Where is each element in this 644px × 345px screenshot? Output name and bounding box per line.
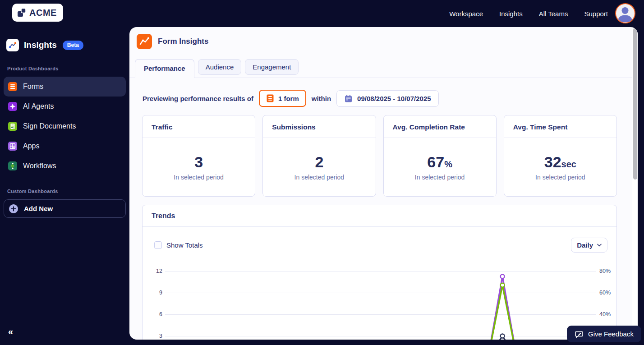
form-icon bbox=[266, 94, 274, 102]
stat-value: 2 bbox=[315, 154, 323, 170]
sidebar-item-label: AI Agents bbox=[23, 102, 54, 110]
stat-card-traffic: Traffic 3 In selected period bbox=[142, 115, 255, 197]
trends-chart: 12 80% 9 60% 6 40% 3 20% bbox=[143, 271, 616, 340]
beta-badge: Beta bbox=[63, 41, 83, 50]
sidebar-item-label: Apps bbox=[23, 142, 39, 150]
apps-icon bbox=[8, 142, 17, 151]
tab-audience[interactable]: Audience bbox=[198, 59, 242, 75]
left-axis-tick: 3 bbox=[143, 333, 162, 339]
add-new-button[interactable]: Add New bbox=[4, 199, 126, 218]
stat-value: 32sec bbox=[544, 154, 576, 170]
interval-label: Daily bbox=[577, 241, 593, 249]
add-new-label: Add New bbox=[24, 205, 53, 212]
stat-label: Avg. Completion Rate bbox=[384, 115, 496, 138]
stat-caption: In selected period bbox=[174, 174, 224, 181]
sidebar-item-label: Forms bbox=[23, 83, 43, 91]
main-panel: Form Insights PerformanceAudienceEngagem… bbox=[129, 27, 638, 340]
right-axis-tick: 80% bbox=[599, 268, 611, 274]
sidebar-header: Insights Beta bbox=[6, 39, 129, 51]
form-count-button[interactable]: 1 form bbox=[259, 90, 306, 107]
sidebar-item-label: Workflows bbox=[23, 162, 56, 170]
stat-caption: In selected period bbox=[294, 174, 345, 181]
sidebar: Insights Beta Product Dashboards FormsAI… bbox=[0, 27, 129, 345]
page-title: Form Insights bbox=[158, 37, 208, 46]
sign-documents-icon bbox=[8, 122, 17, 131]
collapse-sidebar-icon[interactable]: « bbox=[8, 327, 13, 336]
date-range-button[interactable]: 09/08/2025 - 10/07/2025 bbox=[336, 90, 438, 107]
tab-engagement[interactable]: Engagement bbox=[245, 59, 299, 75]
stat-value: 3 bbox=[194, 154, 203, 170]
sidebar-item-apps[interactable]: Apps bbox=[4, 136, 126, 156]
brand-logo[interactable]: ACME bbox=[12, 4, 63, 22]
feedback-label: Give Feedback bbox=[588, 330, 634, 338]
stat-card-submissions: Submissions 2 In selected period bbox=[262, 115, 376, 197]
give-feedback-button[interactable]: Give Feedback bbox=[567, 326, 641, 342]
ai-agents-icon bbox=[8, 102, 17, 111]
sidebar-item-sign-documents[interactable]: Sign Documents bbox=[4, 116, 126, 136]
sidebar-menu: FormsAI AgentsSign DocumentsAppsWorkflow… bbox=[0, 77, 129, 176]
stats-row: Traffic 3 In selected period Submissions… bbox=[142, 115, 617, 197]
trend-lines bbox=[165, 271, 596, 340]
stat-label: Submissions bbox=[263, 115, 375, 138]
top-bar: ACME WorkspaceInsightsAll TeamsSupport bbox=[0, 0, 644, 27]
sidebar-item-label: Sign Documents bbox=[23, 122, 76, 130]
top-nav-item-support[interactable]: Support bbox=[584, 10, 608, 18]
sidebar-item-forms[interactable]: Forms bbox=[4, 77, 126, 97]
sidebar-title: Insights bbox=[24, 40, 57, 50]
stat-caption: In selected period bbox=[535, 174, 585, 181]
right-axis-tick: 60% bbox=[599, 290, 611, 296]
section-label-custom-dashboards: Custom Dashboards bbox=[7, 189, 129, 194]
sidebar-item-workflows[interactable]: Workflows bbox=[4, 156, 126, 176]
left-axis-tick: 12 bbox=[143, 268, 162, 274]
purple-rate-series-marker bbox=[501, 275, 505, 279]
form-count-label: 1 form bbox=[278, 95, 299, 102]
tab-bar: PerformanceAudienceEngagement bbox=[129, 59, 638, 78]
workflows-icon bbox=[8, 161, 17, 170]
scrollbar-thumb[interactable] bbox=[633, 28, 637, 179]
user-avatar[interactable] bbox=[615, 3, 635, 23]
chevron-down-icon bbox=[597, 244, 602, 247]
navy-count-series-marker bbox=[501, 334, 505, 338]
green-completion-rate-series-marker bbox=[501, 283, 505, 287]
green-completion-rate-series-line bbox=[172, 285, 589, 340]
stat-caption: In selected period bbox=[415, 174, 465, 181]
trends-card: Trends Show Totals Daily 12 80% 9 60% 6 … bbox=[142, 205, 617, 340]
sidebar-item-ai-agents[interactable]: AI Agents bbox=[4, 97, 126, 116]
calendar-icon bbox=[344, 94, 353, 103]
stat-value: 67% bbox=[427, 154, 452, 170]
date-range-label: 09/08/2025 - 10/07/2025 bbox=[357, 95, 431, 102]
top-nav-item-all-teams[interactable]: All Teams bbox=[539, 10, 568, 18]
top-nav-item-insights[interactable]: Insights bbox=[499, 10, 523, 18]
top-nav-item-workspace[interactable]: Workspace bbox=[449, 10, 483, 18]
stat-label: Traffic bbox=[143, 115, 255, 138]
preview-connector: within bbox=[312, 95, 331, 102]
section-label-product-dashboards: Product Dashboards bbox=[7, 66, 129, 71]
person-icon bbox=[616, 16, 634, 23]
interval-select[interactable]: Daily bbox=[571, 238, 607, 253]
preview-text: Previewing performance results of bbox=[143, 95, 253, 102]
trends-title: Trends bbox=[143, 205, 616, 227]
form-insights-icon bbox=[137, 34, 152, 49]
navy-count-series-line bbox=[172, 336, 589, 340]
acme-logo-mark-icon bbox=[17, 8, 27, 18]
feedback-chat-icon bbox=[575, 330, 584, 339]
tab-performance[interactable]: Performance bbox=[135, 59, 194, 78]
trends-controls: Show Totals Daily bbox=[154, 238, 607, 253]
purple-rate-series-line bbox=[172, 276, 589, 340]
brand-name: ACME bbox=[29, 8, 57, 18]
preview-row: Previewing performance results of 1 form… bbox=[143, 90, 638, 107]
show-totals-label: Show Totals bbox=[166, 241, 203, 249]
stat-card-avg-completion-rate: Avg. Completion Rate 67% In selected per… bbox=[383, 115, 497, 197]
show-totals: Show Totals bbox=[154, 241, 203, 249]
stat-label: Avg. Time Spent bbox=[504, 115, 616, 138]
left-axis-tick: 9 bbox=[143, 290, 162, 296]
panel-header: Form Insights bbox=[129, 27, 638, 49]
left-axis-tick: 6 bbox=[143, 311, 162, 317]
plus-circle-icon bbox=[9, 204, 18, 213]
top-nav: WorkspaceInsightsAll TeamsSupport bbox=[449, 0, 608, 27]
insights-chart-icon bbox=[6, 39, 19, 51]
scrollbar-track[interactable] bbox=[632, 27, 638, 340]
right-axis-tick: 40% bbox=[599, 311, 611, 317]
stat-card-avg-time-spent: Avg. Time Spent 32sec In selected period bbox=[504, 115, 617, 197]
show-totals-checkbox[interactable] bbox=[154, 241, 162, 249]
